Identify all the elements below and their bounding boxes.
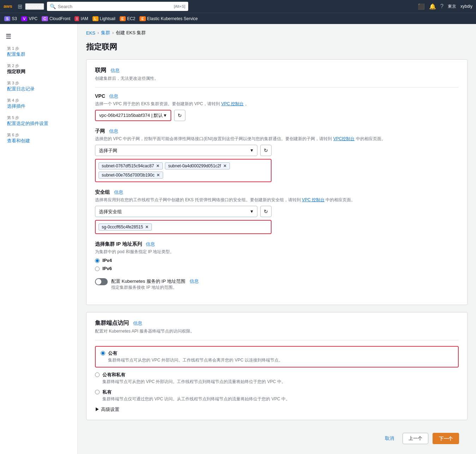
vpc-badge: V <box>21 16 27 21</box>
public-private-radio-item[interactable]: 公有和私有 集群终端节点可从您的 VPC 外部访问。工作线程节点到终端节点的流量… <box>95 372 459 385</box>
step-4-num: 第 4 步 <box>7 98 70 103</box>
vpc-label: VPC <box>29 16 37 21</box>
subnet-tag-1-remove[interactable]: ✕ <box>156 163 160 168</box>
sidebar-item-s3[interactable]: S S3 <box>4 16 17 21</box>
vpc-refresh-button[interactable]: ↻ <box>174 110 185 121</box>
vpc-select-box[interactable]: vpc-06b42711b5babf374 | 默认 ▼ <box>95 110 171 121</box>
step-3-label: 配置日志记录 <box>7 86 70 92</box>
sidebar-step-5[interactable]: 第 5 步 配置选定的插件设置 <box>0 112 77 130</box>
public-radio[interactable] <box>101 351 105 356</box>
networking-card: 联网 信息 创建集群后，无法更改这些属性。 VPC 信息 选择一个 VPC 用于… <box>86 59 468 305</box>
security-group-tags-box: sg-0cccff65c4fe28515 ✕ <box>95 220 272 234</box>
private-desc: 集群终端节点仅可通过您的 VPC 访问。从工作线程节点到终端节点的流量将始终位于… <box>102 396 290 402</box>
terminal-icon[interactable]: ⬛ <box>418 3 425 10</box>
search-bar[interactable]: 🔍 [Alt+S] <box>47 2 188 11</box>
sidebar-item-iam[interactable]: I IAM <box>75 16 88 21</box>
private-radio-item[interactable]: 私有 集群终端节点仅可通过您的 VPC 访问。从工作线程节点到终端节点的流量将始… <box>95 389 459 402</box>
subnet-refresh-button[interactable]: ↻ <box>260 145 272 156</box>
endpoint-desc: 配置对 Kubernetes API 服务器终端节点的访问权限。 <box>95 328 459 334</box>
step-4-label: 选择插件 <box>7 103 70 109</box>
sidebar-item-lightsail[interactable]: L Lightsail <box>93 16 115 21</box>
cloudfront-badge: C <box>42 16 48 21</box>
sidebar-step-6[interactable]: 第 6 步 查看和创建 <box>0 130 77 147</box>
public-private-radio[interactable] <box>95 372 100 377</box>
ip-family-label: 选择集群 IP 地址系列 <box>95 241 142 247</box>
security-group-label: 安全组 <box>95 189 110 195</box>
sg-tag-1-remove[interactable]: ✕ <box>145 225 149 229</box>
step-6-num: 第 6 步 <box>7 132 70 138</box>
step-1-label[interactable]: 配置集群 <box>7 51 70 58</box>
ipv6-radio-item[interactable]: IPv6 <box>95 266 459 271</box>
search-input[interactable] <box>58 4 171 9</box>
k8s-ip-label: 配置 Kubernetes 服务的 IP 地址范围 <box>111 279 185 284</box>
cancel-button[interactable]: 取消 <box>381 433 398 444</box>
private-radio[interactable] <box>95 390 100 394</box>
ip-family-info-link[interactable]: 信息 <box>146 241 155 247</box>
security-group-info-link[interactable]: 信息 <box>114 190 123 195</box>
next-button[interactable]: 下一个 <box>433 433 459 444</box>
navbar-right: ⬛ 🔔 ? 東京 xybdiy <box>418 3 472 10</box>
prev-button[interactable]: 上一个 <box>403 433 428 444</box>
security-group-refresh-button[interactable]: ↻ <box>260 206 272 217</box>
public-radio-item[interactable]: 公有 集群终端节点可从您的 VPC 外部访问。工作线程节点将会离开您的 VPC … <box>101 350 453 363</box>
ec2-label: EC2 <box>127 16 135 21</box>
iam-badge: I <box>75 16 79 21</box>
networking-header: 联网 信息 <box>95 67 459 74</box>
sidebar-step-3[interactable]: 第 3 步 配置日志记录 <box>0 78 77 95</box>
step-1-num: 第 1 步 <box>7 46 70 51</box>
sg-tag-1-label: sg-0cccff65c4fe28515 <box>102 225 143 229</box>
grid-icon[interactable]: ⊞ <box>18 3 22 10</box>
breadcrumb: EKS › 集群 › 创建 EKS 集群 <box>86 30 468 36</box>
subnet-field-group: 子网 信息 选择您的 VPC 中的子网，控制平面可能会将弹性网络接口(ENI)放… <box>95 128 459 182</box>
networking-title: 联网 <box>95 67 106 73</box>
sidebar-item-vpc[interactable]: V VPC <box>21 16 37 21</box>
k8s-ip-toggle[interactable] <box>95 278 108 285</box>
help-icon[interactable]: ? <box>440 3 444 10</box>
sidebar-item-cloudfront[interactable]: C CloudFront <box>42 16 70 21</box>
breadcrumb-eks[interactable]: EKS <box>86 30 95 36</box>
vpc-chevron-icon: ▼ <box>163 113 167 118</box>
ipv4-radio[interactable] <box>95 258 100 263</box>
vpc-info-link[interactable]: 信息 <box>109 94 118 99</box>
lightsail-label: Lightsail <box>100 16 115 21</box>
networking-info-link[interactable]: 信息 <box>111 68 120 73</box>
networking-desc: 创建集群后，无法更改这些属性。 <box>95 76 459 82</box>
region-selector[interactable]: 東京 <box>448 4 456 10</box>
user-menu[interactable]: xybdiy <box>460 4 472 9</box>
vpc-select-row: vpc-06b42711b5babf374 | 默认 ▼ ↻ <box>95 110 459 121</box>
advanced-settings[interactable]: ▶ 高级设置 <box>95 406 459 413</box>
services-button[interactable]: Services <box>25 3 44 10</box>
public-private-content: 公有和私有 集群终端节点可从您的 VPC 外部访问。工作线程节点到终端节点的流量… <box>102 372 286 385</box>
ec2-badge: E <box>120 16 126 21</box>
sidebar-toggle[interactable]: ☰ <box>0 30 77 43</box>
endpoint-header: 集群端点访问 信息 <box>95 319 459 327</box>
vpc-console-link[interactable]: VPC 控制台 <box>221 101 244 106</box>
endpoint-public-section: 公有 集群终端节点可从您的 VPC 外部访问。工作线程节点将会离开您的 VPC … <box>95 346 459 368</box>
subnet-tag-3-label: subnet-00e765d700f3b190c <box>102 173 154 178</box>
ipv4-radio-item[interactable]: IPv4 <box>95 258 459 263</box>
public-radio-content: 公有 集群终端节点可从您的 VPC 外部访问。工作线程节点将会离开您的 VPC … <box>108 350 283 363</box>
k8s-ip-info-link[interactable]: 信息 <box>190 279 199 284</box>
sidebar-item-eks[interactable]: E Elastic Kubernetes Service <box>139 16 198 21</box>
subnet-select[interactable]: 选择子网 <box>95 145 257 156</box>
sidebar-step-1[interactable]: 第 1 步 配置集群 <box>0 43 77 60</box>
security-group-desc: 选择将应用到在您的工作线程节点子网中创建的 EKS 托管弹性网络接口的安全组。要… <box>95 197 459 203</box>
security-group-console-link[interactable]: VPC 控制台 <box>302 197 325 202</box>
subnet-console-link[interactable]: VPC控制台 <box>333 136 355 141</box>
ipv6-radio[interactable] <box>95 267 100 271</box>
subnet-tag-3-remove[interactable]: ✕ <box>156 173 160 178</box>
endpoint-info-link[interactable]: 信息 <box>133 321 142 326</box>
subnet-tag-2-remove[interactable]: ✕ <box>223 163 227 168</box>
private-content: 私有 集群终端节点仅可通过您的 VPC 访问。从工作线程节点到终端节点的流量将始… <box>102 389 290 402</box>
vpc-value: vpc-06b42711b5babf374 | 默认 <box>99 112 163 119</box>
sidebar-item-ec2[interactable]: E EC2 <box>120 16 136 21</box>
subnet-tag-1-label: subnet-0767df515c94cac87 <box>102 163 154 168</box>
bell-icon[interactable]: 🔔 <box>429 3 436 10</box>
breadcrumb-clusters[interactable]: 集群 <box>101 30 110 36</box>
subnet-label: 子网 <box>95 128 105 134</box>
subnet-tag-2-label: subnet-0a4d000299d051c2f <box>168 163 221 168</box>
sidebar-step-4[interactable]: 第 4 步 选择插件 <box>0 95 77 112</box>
security-group-select[interactable]: 选择安全组 <box>95 206 257 217</box>
subnet-info-link[interactable]: 信息 <box>109 129 118 134</box>
public-private-label: 公有和私有 <box>102 372 125 377</box>
